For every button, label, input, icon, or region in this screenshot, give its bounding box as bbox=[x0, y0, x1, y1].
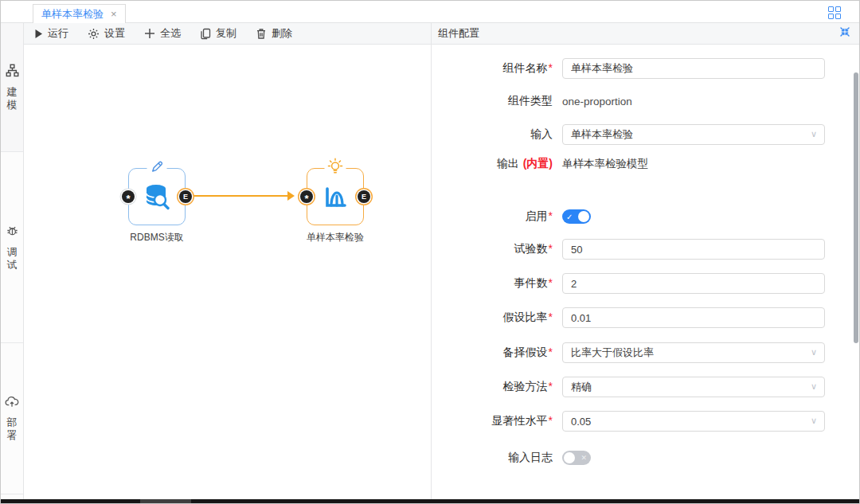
select-all-cross-icon bbox=[144, 28, 155, 39]
field-label: 事件数 bbox=[514, 276, 548, 289]
form-row-test-method: 检验方法* 精确 ∨ bbox=[432, 377, 860, 397]
required-mark: * bbox=[549, 346, 553, 358]
copy-button[interactable]: 复制 bbox=[200, 26, 236, 41]
form-row-events: 事件数* bbox=[432, 273, 860, 294]
panel-scrollbar-thumb[interactable] bbox=[854, 72, 858, 343]
select-all-button[interactable]: 全选 bbox=[144, 26, 181, 41]
input-port[interactable]: * bbox=[300, 190, 313, 203]
form-row-input-log: 输入日志 ✕ bbox=[432, 447, 860, 468]
events-input[interactable] bbox=[562, 273, 825, 294]
tab-close-icon[interactable]: × bbox=[111, 9, 117, 19]
node-rdbms-read[interactable]: * E RDBMS读取 bbox=[128, 168, 186, 225]
form-row-trials: 试验数* bbox=[432, 239, 860, 260]
canvas-toolbar: 运行 设置 全选 复制 bbox=[24, 23, 431, 45]
field-label: 输入 bbox=[530, 127, 553, 140]
required-mark: * bbox=[549, 61, 553, 74]
cloud-upload-icon bbox=[5, 395, 19, 411]
test-method-select[interactable]: 精确 ∨ bbox=[562, 377, 825, 397]
settings-button[interactable]: 设置 bbox=[88, 26, 125, 41]
field-label: 备择假设 bbox=[503, 346, 548, 358]
required-mark: * bbox=[549, 414, 553, 427]
chevron-down-icon: ∨ bbox=[811, 381, 817, 392]
sidebar-item-debug[interactable]: 调试 bbox=[1, 152, 23, 343]
delete-button[interactable]: 删除 bbox=[256, 26, 292, 41]
field-label: 组件类型 bbox=[508, 94, 553, 107]
delete-label: 删除 bbox=[272, 26, 292, 41]
sidebar-item-label: 调试 bbox=[6, 246, 18, 272]
component-config-panel: 组件配置 组件名称* 组件类型 one-proportion 输入 bbox=[431, 23, 860, 501]
required-mark: * bbox=[549, 209, 553, 222]
component-type-value: one-proportion bbox=[562, 96, 632, 107]
select-all-label: 全选 bbox=[160, 26, 181, 41]
enable-toggle[interactable]: ✓ bbox=[562, 209, 591, 224]
node-label: RDBMS读取 bbox=[130, 231, 183, 244]
workspace: 运行 设置 全选 复制 bbox=[24, 23, 431, 501]
sidebar-item-label: 部署 bbox=[6, 416, 18, 442]
sidebar-item-label: 建模 bbox=[6, 86, 18, 111]
form-row-component-name: 组件名称* bbox=[432, 58, 860, 79]
grid-square bbox=[835, 6, 841, 12]
field-label: 输入日志 bbox=[508, 451, 553, 463]
significance-level-select[interactable]: 0.05 ∨ bbox=[562, 411, 825, 432]
node-one-proportion-test[interactable]: * E 单样本率检验 bbox=[307, 168, 364, 225]
field-label: 组件名称 bbox=[503, 61, 548, 74]
config-form: 组件名称* 组件类型 one-proportion 输入 单样本率检验 ∨ 输出… bbox=[432, 45, 860, 500]
chevron-down-icon: ∨ bbox=[811, 129, 817, 139]
run-label: 运行 bbox=[48, 26, 68, 41]
input-select-value: 单样本率检验 bbox=[571, 127, 633, 142]
component-name-input[interactable] bbox=[562, 58, 825, 79]
alternative-hypothesis-value: 比率大于假设比率 bbox=[571, 346, 654, 360]
input-log-toggle[interactable]: ✕ bbox=[562, 451, 591, 465]
form-row-output: 输出 (内置) 单样本率检验模型 bbox=[432, 154, 860, 174]
field-label: 试验数 bbox=[514, 242, 548, 255]
sidebar-item-deploy[interactable]: 部署 bbox=[1, 343, 23, 494]
field-label: 假设比率 bbox=[503, 311, 548, 323]
input-port[interactable]: * bbox=[122, 190, 135, 203]
toggle-knob bbox=[578, 211, 589, 222]
hypothesized-ratio-input[interactable] bbox=[562, 307, 825, 328]
form-row-enable: 启用* ✓ bbox=[432, 206, 860, 227]
grid-square bbox=[828, 6, 834, 12]
config-panel-header: 组件配置 bbox=[432, 23, 860, 45]
gear-icon bbox=[88, 28, 100, 40]
apps-grid-icon[interactable] bbox=[828, 6, 843, 19]
alternative-hypothesis-select[interactable]: 比率大于假设比率 ∨ bbox=[562, 342, 825, 363]
copy-icon bbox=[200, 28, 211, 40]
node-label: 单样本率检验 bbox=[307, 231, 364, 244]
tab-one-proportion-test[interactable]: 单样本率检验 × bbox=[33, 4, 126, 23]
output-port[interactable]: E bbox=[358, 190, 370, 203]
flow-canvas[interactable]: * E RDBMS读取 bbox=[24, 45, 431, 500]
output-port[interactable]: E bbox=[179, 190, 192, 203]
field-label: 显著性水平 bbox=[492, 414, 548, 427]
tab-title: 单样本率检验 bbox=[41, 7, 104, 21]
run-button[interactable]: 运行 bbox=[34, 26, 68, 41]
copy-label: 复制 bbox=[216, 26, 236, 41]
form-row-hypothesized-ratio: 假设比率* bbox=[432, 307, 860, 328]
form-row-alternative-hypothesis: 备择假设* 比率大于假设比率 ∨ bbox=[432, 342, 860, 363]
sitemap-icon bbox=[6, 64, 19, 80]
form-row-significance-level: 显著性水平* 0.05 ∨ bbox=[432, 411, 860, 432]
field-label: 输出 bbox=[497, 157, 519, 170]
app-window: 单样本率检验 × 建模 调试 bbox=[0, 0, 860, 504]
input-select[interactable]: 单样本率检验 ∨ bbox=[562, 124, 825, 145]
database-search-icon bbox=[129, 169, 185, 225]
cross-icon: ✕ bbox=[580, 454, 587, 462]
collapse-icon[interactable] bbox=[839, 26, 850, 41]
trials-input[interactable] bbox=[562, 239, 825, 260]
required-mark: * bbox=[549, 276, 553, 289]
chevron-down-icon: ∨ bbox=[811, 416, 817, 426]
required-mark: * bbox=[549, 242, 553, 255]
taskbar-segment bbox=[140, 499, 191, 503]
field-label: 检验方法 bbox=[503, 380, 548, 393]
distribution-chart-icon bbox=[307, 169, 363, 225]
chevron-down-icon: ∨ bbox=[811, 347, 817, 357]
sidebar-item-modeling[interactable]: 建模 bbox=[1, 23, 23, 152]
connector-wire bbox=[192, 195, 289, 197]
check-icon: ✓ bbox=[566, 213, 573, 221]
grid-square bbox=[828, 14, 834, 19]
play-icon bbox=[34, 29, 43, 39]
connector-arrowhead bbox=[287, 191, 295, 201]
trash-icon bbox=[256, 28, 267, 40]
grid-square bbox=[835, 14, 841, 19]
output-value: 单样本率检验模型 bbox=[562, 157, 648, 171]
